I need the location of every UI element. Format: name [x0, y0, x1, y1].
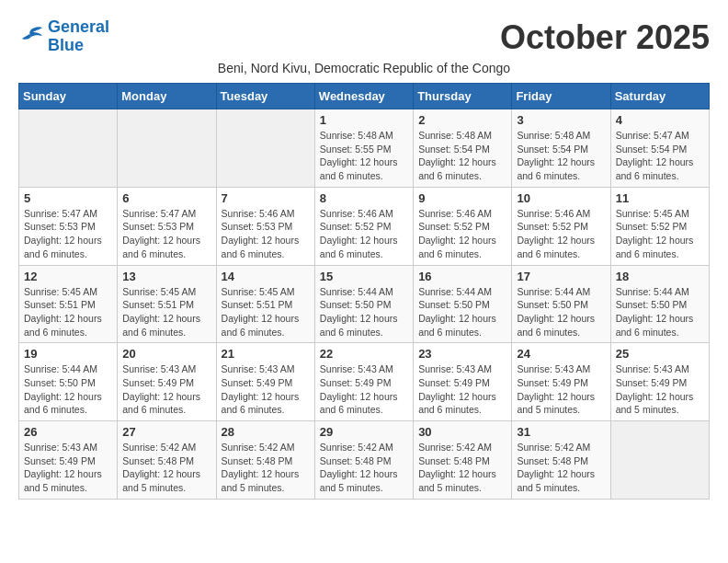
- calendar-cell: [118, 109, 216, 188]
- day-info: Sunrise: 5:43 AM Sunset: 5:49 PM Dayligh…: [222, 362, 310, 417]
- calendar-cell: 31Sunrise: 5:42 AM Sunset: 5:48 PM Dayli…: [512, 421, 610, 500]
- col-header-monday: Monday: [118, 84, 216, 109]
- calendar-cell: 24Sunrise: 5:43 AM Sunset: 5:49 PM Dayli…: [512, 343, 610, 421]
- day-info: Sunrise: 5:45 AM Sunset: 5:52 PM Dayligh…: [616, 207, 704, 261]
- calendar-cell: 19Sunrise: 5:44 AM Sunset: 5:50 PM Dayli…: [19, 343, 118, 421]
- calendar-cell: 12Sunrise: 5:45 AM Sunset: 5:51 PM Dayli…: [19, 265, 118, 343]
- calendar-cell: 21Sunrise: 5:43 AM Sunset: 5:49 PM Dayli…: [216, 343, 314, 421]
- day-info: Sunrise: 5:48 AM Sunset: 5:54 PM Dayligh…: [517, 129, 605, 183]
- day-number: 16: [418, 270, 506, 283]
- day-info: Sunrise: 5:47 AM Sunset: 5:54 PM Dayligh…: [616, 129, 704, 183]
- calendar-cell: 17Sunrise: 5:44 AM Sunset: 5:50 PM Dayli…: [512, 265, 610, 343]
- week-row-5: 26Sunrise: 5:43 AM Sunset: 5:49 PM Dayli…: [19, 421, 710, 500]
- logo-bird-icon: [18, 26, 44, 48]
- day-info: Sunrise: 5:42 AM Sunset: 5:48 PM Dayligh…: [418, 441, 506, 495]
- calendar-cell: 28Sunrise: 5:42 AM Sunset: 5:48 PM Dayli…: [216, 421, 314, 500]
- calendar-cell: 16Sunrise: 5:44 AM Sunset: 5:50 PM Dayli…: [414, 265, 512, 343]
- week-row-2: 5Sunrise: 5:47 AM Sunset: 5:53 PM Daylig…: [19, 187, 710, 265]
- day-info: Sunrise: 5:47 AM Sunset: 5:53 PM Dayligh…: [24, 207, 112, 261]
- day-number: 28: [222, 425, 310, 439]
- day-number: 25: [616, 347, 704, 361]
- day-number: 2: [418, 113, 506, 127]
- day-number: 15: [320, 270, 408, 283]
- day-info: Sunrise: 5:43 AM Sunset: 5:49 PM Dayligh…: [517, 362, 605, 417]
- calendar-cell: 7Sunrise: 5:46 AM Sunset: 5:53 PM Daylig…: [216, 187, 314, 265]
- col-header-tuesday: Tuesday: [216, 84, 314, 109]
- day-info: Sunrise: 5:45 AM Sunset: 5:51 PM Dayligh…: [122, 285, 210, 339]
- header: General Blue October 2025: [18, 18, 710, 57]
- day-info: Sunrise: 5:44 AM Sunset: 5:50 PM Dayligh…: [24, 362, 112, 417]
- calendar-cell: 30Sunrise: 5:42 AM Sunset: 5:48 PM Dayli…: [414, 421, 512, 500]
- day-info: Sunrise: 5:47 AM Sunset: 5:53 PM Dayligh…: [122, 207, 210, 261]
- calendar-cell: 18Sunrise: 5:44 AM Sunset: 5:50 PM Dayli…: [610, 265, 709, 343]
- day-number: 27: [122, 425, 210, 439]
- day-info: Sunrise: 5:42 AM Sunset: 5:48 PM Dayligh…: [320, 441, 408, 495]
- header-row: SundayMondayTuesdayWednesdayThursdayFrid…: [19, 84, 710, 109]
- calendar-cell: 5Sunrise: 5:47 AM Sunset: 5:53 PM Daylig…: [19, 187, 118, 265]
- calendar-cell: 13Sunrise: 5:45 AM Sunset: 5:51 PM Dayli…: [118, 265, 216, 343]
- day-number: 17: [517, 270, 605, 283]
- calendar-cell: 14Sunrise: 5:45 AM Sunset: 5:51 PM Dayli…: [216, 265, 314, 343]
- day-info: Sunrise: 5:44 AM Sunset: 5:50 PM Dayligh…: [616, 285, 704, 339]
- day-number: 22: [320, 347, 408, 361]
- calendar-table: SundayMondayTuesdayWednesdayThursdayFrid…: [18, 83, 710, 500]
- day-info: Sunrise: 5:42 AM Sunset: 5:48 PM Dayligh…: [517, 441, 605, 495]
- calendar-cell: 11Sunrise: 5:45 AM Sunset: 5:52 PM Dayli…: [610, 187, 709, 265]
- day-info: Sunrise: 5:43 AM Sunset: 5:49 PM Dayligh…: [320, 362, 408, 417]
- col-header-wednesday: Wednesday: [314, 84, 413, 109]
- day-number: 18: [616, 270, 704, 283]
- day-info: Sunrise: 5:42 AM Sunset: 5:48 PM Dayligh…: [222, 441, 310, 495]
- day-info: Sunrise: 5:44 AM Sunset: 5:50 PM Dayligh…: [517, 285, 605, 339]
- day-info: Sunrise: 5:43 AM Sunset: 5:49 PM Dayligh…: [122, 362, 210, 417]
- page-container: General Blue October 2025 Beni, Nord Kiv…: [18, 18, 710, 500]
- day-info: Sunrise: 5:43 AM Sunset: 5:49 PM Dayligh…: [616, 362, 704, 417]
- day-number: 3: [517, 113, 605, 127]
- day-number: 21: [222, 347, 310, 361]
- day-info: Sunrise: 5:46 AM Sunset: 5:52 PM Dayligh…: [418, 207, 506, 261]
- day-info: Sunrise: 5:44 AM Sunset: 5:50 PM Dayligh…: [418, 285, 506, 339]
- day-info: Sunrise: 5:43 AM Sunset: 5:49 PM Dayligh…: [24, 441, 112, 495]
- calendar-cell: 15Sunrise: 5:44 AM Sunset: 5:50 PM Dayli…: [314, 265, 413, 343]
- calendar-cell: 2Sunrise: 5:48 AM Sunset: 5:54 PM Daylig…: [414, 109, 512, 188]
- calendar-cell: 3Sunrise: 5:48 AM Sunset: 5:54 PM Daylig…: [512, 109, 610, 188]
- calendar-cell: 25Sunrise: 5:43 AM Sunset: 5:49 PM Dayli…: [610, 343, 709, 421]
- day-number: 11: [616, 191, 704, 205]
- calendar-cell: 6Sunrise: 5:47 AM Sunset: 5:53 PM Daylig…: [118, 187, 216, 265]
- day-info: Sunrise: 5:45 AM Sunset: 5:51 PM Dayligh…: [24, 285, 112, 339]
- day-info: Sunrise: 5:48 AM Sunset: 5:54 PM Dayligh…: [418, 129, 506, 183]
- col-header-friday: Friday: [512, 84, 610, 109]
- calendar-cell: 27Sunrise: 5:42 AM Sunset: 5:48 PM Dayli…: [118, 421, 216, 500]
- col-header-saturday: Saturday: [610, 84, 709, 109]
- calendar-cell: 20Sunrise: 5:43 AM Sunset: 5:49 PM Dayli…: [118, 343, 216, 421]
- day-number: 23: [418, 347, 506, 361]
- calendar-cell: 9Sunrise: 5:46 AM Sunset: 5:52 PM Daylig…: [414, 187, 512, 265]
- calendar-cell: [19, 109, 118, 188]
- day-info: Sunrise: 5:45 AM Sunset: 5:51 PM Dayligh…: [222, 285, 310, 339]
- subtitle: Beni, Nord Kivu, Democratic Republic of …: [18, 61, 710, 75]
- day-number: 4: [616, 113, 704, 127]
- day-number: 29: [320, 425, 408, 439]
- logo: General Blue: [18, 18, 109, 55]
- calendar-cell: 10Sunrise: 5:46 AM Sunset: 5:52 PM Dayli…: [512, 187, 610, 265]
- day-number: 9: [418, 191, 506, 205]
- day-number: 8: [320, 191, 408, 205]
- logo-text: General Blue: [48, 18, 109, 55]
- day-info: Sunrise: 5:42 AM Sunset: 5:48 PM Dayligh…: [122, 441, 210, 495]
- calendar-cell: 26Sunrise: 5:43 AM Sunset: 5:49 PM Dayli…: [19, 421, 118, 500]
- day-number: 13: [122, 270, 210, 283]
- day-info: Sunrise: 5:46 AM Sunset: 5:52 PM Dayligh…: [320, 207, 408, 261]
- day-number: 5: [24, 191, 112, 205]
- day-info: Sunrise: 5:48 AM Sunset: 5:55 PM Dayligh…: [320, 129, 408, 183]
- day-info: Sunrise: 5:46 AM Sunset: 5:53 PM Dayligh…: [222, 207, 310, 261]
- title-block: October 2025: [500, 18, 710, 57]
- calendar-cell: 4Sunrise: 5:47 AM Sunset: 5:54 PM Daylig…: [610, 109, 709, 188]
- day-number: 14: [222, 270, 310, 283]
- month-title: October 2025: [500, 18, 710, 57]
- day-number: 31: [517, 425, 605, 439]
- day-number: 1: [320, 113, 408, 127]
- calendar-cell: 1Sunrise: 5:48 AM Sunset: 5:55 PM Daylig…: [314, 109, 413, 188]
- day-number: 24: [517, 347, 605, 361]
- day-info: Sunrise: 5:44 AM Sunset: 5:50 PM Dayligh…: [320, 285, 408, 339]
- week-row-3: 12Sunrise: 5:45 AM Sunset: 5:51 PM Dayli…: [19, 265, 710, 343]
- week-row-1: 1Sunrise: 5:48 AM Sunset: 5:55 PM Daylig…: [19, 109, 710, 188]
